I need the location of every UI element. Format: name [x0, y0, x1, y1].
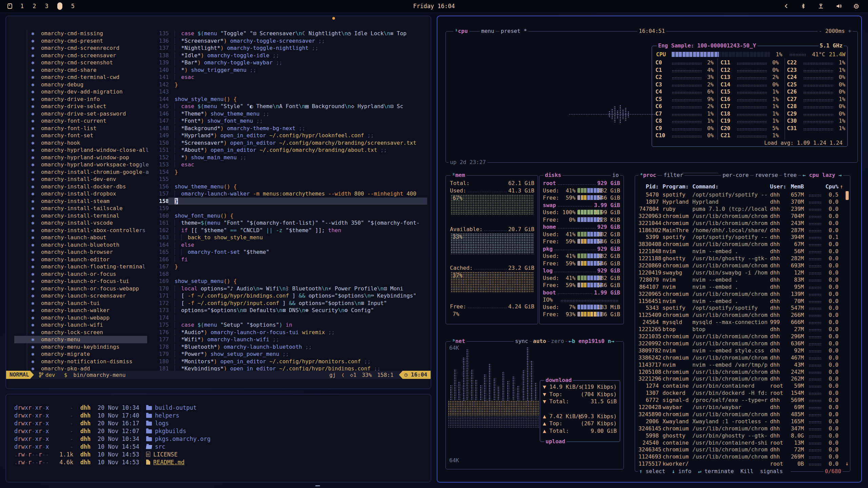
sidebar-item-omarchy-cmd-terminal-cwd[interactable]: ✱ omarchy-cmd-terminal-cwd [31, 74, 119, 81]
proc-row-3386242[interactable]: 3386242chromium/usr/lib/chromium/chromdh… [638, 354, 846, 362]
sidebar-item-omarchy-install-xbox-controlle[interactable]: ✱ omarchy-install-xbox-controllers [31, 227, 145, 234]
sidebar-item-omarchy-launch-floating-termina[interactable]: ✱ omarchy-launch-floating-terminal [31, 263, 145, 270]
file-row-README.md[interactable]: .rw-r--r-- 4.6k dhh 10 Nov 14:53 README.… [14, 459, 184, 466]
proc-row-3221296[interactable]: 3221296chromium/usr/lib/chromium/chromdh… [638, 375, 846, 383]
sidebar-item-omarchy-font-current[interactable]: ✱ omarchy-font-current [31, 117, 106, 125]
volume-icon[interactable] [836, 3, 842, 9]
sidebar-item-omarchy-drive-set-password[interactable]: ✱ omarchy-drive-set-password [31, 110, 126, 118]
workspace-active[interactable] [57, 2, 62, 10]
omarchy-logo-icon[interactable] [7, 3, 13, 9]
proc-row-3221035[interactable]: 3221035chromium/usr/lib/chromium/chromdh… [638, 333, 846, 340]
auto-button[interactable]: auto [532, 338, 548, 345]
proc-row-3221044[interactable]: 3221044chromium/usr/lib/chromium/chromdh… [638, 220, 846, 227]
cpu-chip-icon[interactable] [853, 3, 859, 9]
proc-row-1221265[interactable]: 1221265btopbtopdhh27M0.0 [638, 326, 846, 333]
sidebar-item-omarchy-menu-keybindings[interactable]: ✱ omarchy-menu-keybindings [31, 343, 119, 351]
sidebar-item-omarchy-install-vscode[interactable]: ✱ omarchy-install-vscode [31, 219, 113, 227]
sidebar-item-omarchy-install-terminal[interactable]: ✱ omarchy-install-terminal [31, 212, 119, 220]
sidebar-item-omarchy-launch-or-focus[interactable]: ✱ omarchy-launch-or-focus [31, 270, 116, 278]
sidebar-item-omarchy-font-set[interactable]: ✱ omarchy-font-set [31, 132, 93, 139]
file-row-build-output[interactable]: drwxr-xr-x - dhh 20 Nov 10:34 build-outp… [14, 404, 197, 412]
proc-row-3220992[interactable]: 3220992chromium/usr/lib/chromium/chromdh… [638, 340, 846, 347]
proc-row-1186302[interactable]: 1186302MainThre/home/dhh/.local/share/dh… [638, 227, 846, 234]
proc-row-3220963[interactable]: 3220963chromium/usr/lib/chromium/chromdh… [638, 212, 846, 220]
sidebar-item-omarchy-cmd-screenrecord[interactable]: ✱ omarchy-cmd-screenrecord [31, 44, 119, 52]
sidebar-item-omarchy-launch-about[interactable]: ✱ omarchy-launch-about [31, 234, 106, 241]
proc-row-1220428[interactable]: 1220428waybar/usr/bin/waybardhh69M0.0 [638, 404, 846, 411]
sidebar-item-omarchy-drive-select[interactable]: ✱ omarchy-drive-select [31, 103, 106, 110]
zero-button[interactable]: zero [550, 338, 566, 345]
proc-row-1220419[interactable]: 1220419swaybg/usr/bin/swaybg -i /homdhh1… [638, 269, 846, 277]
sidebar-item-omarchy-font-list[interactable]: ✱ omarchy-font-list [31, 125, 97, 132]
sidebar-item-omarchy-install-chromium-google[interactable]: ✱ omarchy-install-chromium-google-a [31, 168, 149, 176]
proc-row-1307[interactable]: 1307dockerd/usr/bin/dockerd -H fd:root15… [638, 389, 846, 397]
interval-control[interactable]: - 2000ms + [817, 28, 853, 35]
shell-prompt[interactable]: omarchy-pkgs master› [14, 475, 110, 483]
sidebar-item-omarchy-drive-info[interactable]: ✱ omarchy-drive-info [31, 96, 100, 103]
btop-window[interactable]: ¹cpumenupreset *16:04:51- 2000ms +up 2d … [437, 16, 862, 483]
sidebar-item-omarchy-hyprland-window-close-al[interactable]: ✱ omarchy-hyprland-window-close-all [31, 146, 149, 154]
sidebar-item-omarchy-launch-or-focus-webapp[interactable]: ✱ omarchy-launch-or-focus-webapp [31, 285, 139, 292]
proc-row-1274[interactable]: 1274containe/usr/bin/containerdroot59M0.… [638, 382, 846, 390]
proc-row-3220965[interactable]: 3220965chromium/usr/lib/chromium/chromdh… [638, 290, 846, 298]
proc-row-2006[interactable]: 2006XwaylandXwayland :1 -rootless -dhh16… [638, 418, 846, 425]
file-row-LICENSE[interactable]: .rw-r--r-- 1.1k dhh 10 Nov 14:53 LICENSE [14, 451, 178, 459]
sidebar-item-omarchy-cmd-missing[interactable]: ✱ omarchy-cmd-missing [31, 30, 103, 37]
tree-button[interactable]: tree [782, 172, 798, 179]
reverse-button[interactable]: reverse [754, 172, 779, 179]
proc-scrollbar[interactable] [846, 191, 849, 200]
proc-row-1143717[interactable]: 1143717nvimnvim --embed /var/tmp/pdhh43M… [638, 361, 846, 369]
proc-row-1897[interactable]: 1897HyprlandHyprlanddhh370M0.0 [638, 198, 846, 206]
proc-row-3245890[interactable]: 3245890chromium/usr/lib/chromium/chromdh… [638, 411, 846, 418]
sidebar-item-omarchy-menu[interactable]: ✱ omarchy-menu [31, 336, 80, 343]
sidebar-item-omarchy-install-tailscale[interactable]: ✱ omarchy-install-tailscale [31, 205, 123, 212]
sidebar-item-omarchy-dev-add-migration[interactable]: ✱ omarchy-dev-add-migration [31, 88, 123, 96]
proc-row-5343[interactable]: 5343spotify/opt/spotify/spotifydhh547M0.… [638, 304, 846, 312]
proc-row-5998[interactable]: 5998ghostty/usr/bin/ghostty --gtk-dhh8.0… [638, 432, 846, 440]
proc-row-1175517[interactable]: 1175517kworker/root0B0.0 [638, 460, 846, 468]
workspace-1[interactable]: 1 [20, 3, 24, 9]
sidebar-item-omarchy-hyprland-workspace-tog[interactable]: ✱ omarchy-hyprland-workspace-toggle [31, 161, 149, 168]
proc-row-3830408[interactable]: 3830408chromium/usr/lib/chromium/chromdh… [638, 241, 846, 248]
workspace-5[interactable]: 5 [71, 3, 75, 9]
proc-row-864107[interactable]: 864107nvimnvim --embed .dhh95M0.0 [638, 283, 846, 291]
sidebar-item-omarchy-migrate[interactable]: ✱ omarchy-migrate [31, 350, 90, 358]
sidebar-item-omarchy-launch-tui[interactable]: ✱ omarchy-launch-tui [31, 300, 100, 307]
sidebar-item-omarchy-launch-or-focus-tui[interactable]: ✱ omarchy-launch-or-focus-tui [31, 278, 129, 285]
sidebar-item-omarchy-cmd-screensaver[interactable]: ✱ omarchy-cmd-screensaver [31, 52, 116, 59]
proc-row-1205108[interactable]: 1205108chromium/usr/lib/chromium/chromdh… [638, 368, 846, 376]
menu-button[interactable]: menu [480, 28, 496, 35]
sidebar-item-omarchy-launch-walker[interactable]: ✱ omarchy-launch-walker [31, 307, 110, 314]
io-label[interactable]: io [611, 172, 620, 179]
sidebar-item-omarchy-cmd-screenshot[interactable]: ✱ omarchy-cmd-screenshot [31, 59, 113, 66]
proc-row-5399[interactable]: 5399spotify/opt/spotify/spotify --dhh394… [638, 233, 846, 241]
sidebar-item-omarchy-notification-dismiss[interactable]: ✱ omarchy-notification-dismiss [31, 358, 133, 365]
proc-row-1125409[interactable]: 1125409chromium/usr/lib/chromium/chromdh… [638, 311, 846, 319]
bluetooth-icon[interactable] [801, 3, 806, 9]
sidebar-item-omarchy-launch-wifi[interactable]: ✱ omarchy-launch-wifi [31, 321, 103, 329]
proc-row-747804[interactable]: 747804rubypuma 7.1.0 (tcp://localdhh239M… [638, 205, 846, 213]
sidebar-item-omarchy-install-docker-dbs[interactable]: ✱ omarchy-install-docker-dbs [31, 183, 126, 190]
filter-button[interactable]: filter [662, 172, 685, 179]
per-core-button[interactable]: per-core [721, 172, 750, 179]
sidebar-item-omarchy-hyprland-window-pop[interactable]: ✱ omarchy-hyprland-window-pop [31, 154, 129, 161]
sidebar-item-omarchy-launch-bluetooth[interactable]: ✱ omarchy-launch-bluetooth [31, 241, 119, 249]
workspace-3[interactable]: 3 [45, 3, 48, 9]
cpu-box-title[interactable]: ¹cpu [453, 28, 469, 35]
file-row-pkgs.omarchy.org[interactable]: drwxr-xr-x - dhh 20 Nov 10:34 pkgs.omarc… [14, 435, 211, 443]
proc-row-728079[interactable]: 728079nvimnvim --embed .dhh83M0.0 [638, 276, 846, 284]
sidebar-item-omarchy-cmd-present[interactable]: ✱ omarchy-cmd-present [31, 37, 103, 45]
proc-row-24564[interactable]: 24564mysqldmysqld --max-connection999666… [638, 319, 846, 326]
proc-row-1221188[interactable]: 1221188ghostty/usr/bin/ghostty --gtk-dhh… [638, 255, 846, 262]
proc-row-6772[interactable]: 6772signal-d/proc/self/exe --type=rdhh56… [638, 396, 846, 404]
interface-switcher[interactable]: ←b enp191s0 n→ [567, 338, 616, 345]
scroll-down-icon[interactable]: ↓ [845, 460, 849, 467]
git-branch-name[interactable]: dev [45, 372, 55, 378]
sidebar-item-omarchy-debug[interactable]: ✱ omarchy-debug [31, 81, 83, 88]
proc-row-3220869[interactable]: 3220869chromium/usr/lib/chromium/chromdh… [638, 262, 846, 269]
sidebar-item-omarchy-hook[interactable]: ✱ omarchy-hook [31, 139, 80, 147]
sync-button[interactable]: sync [514, 338, 530, 345]
proc-row-3246345[interactable]: 3246345chromium/usr/lib/chromium/chromdh… [638, 446, 846, 453]
sidebar-item-omarchy-cmd-share[interactable]: ✱ omarchy-cmd-share [31, 66, 97, 74]
file-row-logs[interactable]: drwxr-xr-x - dhh 20 Nov 16:17 logs [14, 420, 169, 427]
